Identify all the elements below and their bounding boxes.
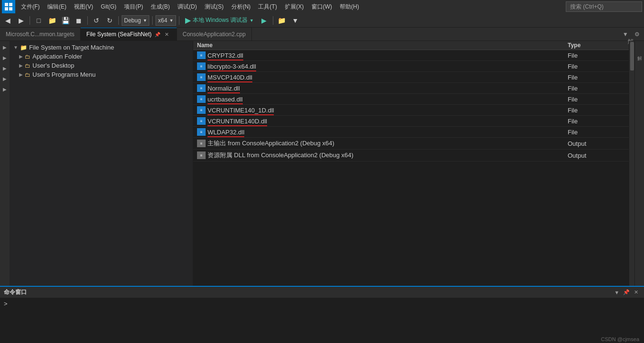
menu-project[interactable]: 项目(P) [120, 1, 147, 13]
file-type-cell: File [568, 129, 625, 136]
file-name-cell: CRYPT32.dll [208, 52, 568, 59]
side-icon-4[interactable]: ▶ [0, 74, 9, 83]
menu-extensions[interactable]: 扩展(X) [281, 1, 308, 13]
file-name-text: CRYPT32.dll [208, 52, 243, 61]
menu-edit[interactable]: 编辑(E) [43, 1, 70, 13]
expand-icon-3: ▶ [19, 72, 23, 77]
content-area: ▶ ▶ ▶ ▶ ▶ ▼ 📁 File System on Target Mach… [0, 41, 644, 286]
run-label: 本地 Windows 调试器 [193, 16, 248, 24]
tree-item-application-folder[interactable]: ▶ 🗀 Application Folder [10, 52, 193, 61]
solution-explorer-panel: ▼ 📁 File System on Target Machine ▶ 🗀 Ap… [10, 41, 193, 286]
side-icon-5[interactable]: ▶ [0, 85, 9, 93]
menu-test[interactable]: 测试(S) [201, 1, 228, 13]
svg-rect-1 [9, 3, 12, 6]
forward-button[interactable]: ▶ [15, 15, 27, 26]
file-row-icon: ≡ [197, 95, 206, 103]
table-row[interactable]: ≡CRYPT32.dllFile [193, 50, 629, 61]
right-scrollbar[interactable] [629, 41, 634, 286]
file-type-cell: File [568, 85, 625, 92]
menu-bar: 文件(F) 编辑(E) 视图(V) Git(G) 项目(P) 生成(B) 调试(… [0, 0, 644, 13]
table-row[interactable]: ≡VCRUNTIME140_1D.dllFile [193, 105, 629, 116]
file-row-icon: ≡ [197, 73, 206, 81]
file-name-cell: 主输出 from ConsoleApplication2 (Debug x64) [208, 139, 568, 148]
right-sidebar: 解 [634, 41, 644, 286]
file-name-cell: MSVCP140D.dll [208, 74, 568, 81]
expand-icon: ▼ [13, 45, 18, 50]
menu-build[interactable]: 生成(B) [147, 1, 174, 13]
file-system-panel: Name Type ≡CRYPT32.dllFile≡libcrypto-3-x… [193, 41, 629, 286]
table-row[interactable]: ≡VCRUNTIME140D.dllFile [193, 116, 629, 127]
file-name-text: MSVCP140D.dll [208, 74, 252, 82]
file-name-text: ucrtbased.dll [208, 96, 243, 104]
tab-targets[interactable]: Microsoft.C...mmon.targets [0, 28, 81, 40]
file-row-icon: ≡ [197, 84, 206, 92]
menu-window[interactable]: 窗口(W) [308, 1, 336, 13]
side-icon-2[interactable]: ▶ [0, 53, 9, 62]
dropdown-button[interactable]: ▼ [290, 15, 301, 26]
menu-view[interactable]: 视图(V) [70, 1, 97, 13]
menu-analyze[interactable]: 分析(N) [228, 1, 255, 13]
file-name-cell: VCRUNTIME140_1D.dll [208, 107, 568, 114]
table-row[interactable]: ≡资源附属 DLL from ConsoleApplication2 (Debu… [193, 150, 629, 161]
open-button[interactable]: 📁 [46, 15, 58, 26]
run-button[interactable]: ▶ 本地 Windows 调试器 ▼ [182, 15, 257, 26]
bottom-panel-title: 命令窗口 [4, 288, 27, 296]
tree-item-programs-menu[interactable]: ▶ 🗀 User's Programs Menu [10, 70, 193, 79]
arch-dropdown[interactable]: x64 ▼ [156, 15, 176, 26]
bottom-close-button[interactable]: ✕ [632, 288, 640, 297]
menu-file[interactable]: 文件(F) [17, 1, 43, 13]
tab-targets-label: Microsoft.C...mmon.targets [6, 31, 74, 38]
file-name-text: 资源附属 DLL from ConsoleApplication2 (Debug… [208, 151, 353, 159]
separator-5 [179, 16, 179, 25]
run-dropdown-icon: ▼ [249, 18, 254, 23]
bottom-toolbar: 命令窗口 ▼ 📌 ✕ [0, 287, 644, 298]
file-name-text: Normaliz.dll [208, 85, 240, 93]
menu-git[interactable]: Git(G) [97, 1, 120, 12]
side-icon-3[interactable]: ▶ [0, 64, 9, 72]
menu-help[interactable]: 帮助(H) [336, 1, 363, 13]
svg-rect-0 [5, 3, 8, 6]
tab-cpp[interactable]: ConsoleApplication2.cpp [177, 28, 252, 40]
bottom-dropdown-button[interactable]: ▼ [613, 288, 621, 297]
folder-button[interactable]: 📁 [276, 15, 288, 26]
save-all-button[interactable]: ◼ [73, 15, 84, 26]
expand-icon-1: ▶ [19, 54, 23, 59]
menu-tools[interactable]: 工具(T) [254, 1, 280, 13]
tree-item-desktop[interactable]: ▶ 🗀 User's Desktop [10, 61, 193, 70]
chevron-down-icon: ▼ [143, 18, 147, 23]
menu-debug[interactable]: 调试(D) [174, 1, 201, 13]
new-project-button[interactable]: □ [33, 15, 44, 26]
table-row[interactable]: ≡Normaliz.dllFile [193, 83, 629, 94]
debug-config-dropdown[interactable]: Debug ▼ [122, 15, 149, 26]
save-button[interactable]: 💾 [60, 15, 71, 26]
file-name-text: 主输出 from ConsoleApplication2 (Debug x64) [208, 140, 334, 147]
tab-cpp-label: ConsoleApplication2.cpp [183, 31, 246, 38]
play-icon: ▶ [185, 16, 191, 25]
bottom-pin-button[interactable]: 📌 [622, 288, 631, 297]
file-list-header: Name Type [193, 41, 629, 50]
close-icon[interactable]: ✕ [163, 30, 171, 38]
debug-config-label: Debug [124, 17, 141, 24]
file-name-text: libcrypto-3-x64.dll [208, 63, 256, 71]
table-row[interactable]: ≡主输出 from ConsoleApplication2 (Debug x64… [193, 138, 629, 150]
scrollbar-thumb[interactable] [630, 42, 634, 71]
pin-icon: 📌 [155, 32, 160, 37]
run-no-debug-button[interactable]: ▶ [259, 15, 270, 26]
undo-button[interactable]: ↺ [91, 15, 102, 26]
redo-button[interactable]: ↻ [104, 15, 115, 26]
tree-root[interactable]: ▼ 📁 File System on Target Machine [10, 43, 193, 52]
back-button[interactable]: ◀ [2, 15, 13, 26]
table-row[interactable]: ≡MSVCP140D.dllFile [193, 72, 629, 83]
folder-icon-2: 🗀 [25, 62, 31, 69]
right-sidebar-label: 解 [626, 28, 634, 40]
tab-filesystem[interactable]: File System (SeaFishNet) 📌 ✕ [81, 28, 177, 40]
svg-rect-3 [9, 7, 12, 10]
tree-item-label-0: Application Folder [32, 53, 82, 60]
file-row-icon: ≡ [197, 117, 206, 125]
table-row[interactable]: ≡libcrypto-3-x64.dllFile [193, 61, 629, 72]
menu-search[interactable]: 搜索 (Ctrl+Q) [566, 1, 642, 12]
right-sidebar-button[interactable]: 解 [635, 43, 644, 62]
table-row[interactable]: ≡ucrtbased.dllFile [193, 94, 629, 105]
side-icon-1[interactable]: ▶ [0, 43, 9, 51]
table-row[interactable]: ≡WLDAP32.dllFile [193, 127, 629, 138]
